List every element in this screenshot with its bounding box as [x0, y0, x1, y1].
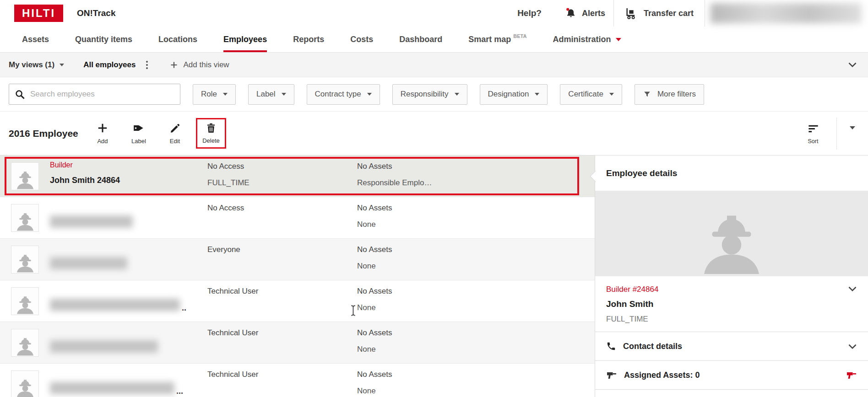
employee-row[interactable]: Technical User No Assets None: [0, 322, 595, 364]
account-menu-redacted[interactable]: [711, 3, 862, 23]
edit-button[interactable]: Edit: [160, 117, 190, 150]
chevron-down-icon: [848, 286, 857, 292]
chevron-down-icon: [616, 38, 621, 41]
nav-tab-costs[interactable]: Costs: [350, 27, 373, 52]
filter-contract-type[interactable]: Contract type: [307, 84, 380, 105]
employee-avatar: [11, 329, 39, 357]
employee-responsibility: None: [357, 220, 376, 229]
views-bar: My views (1) All employees Add this view: [0, 53, 868, 77]
pencil-icon: [169, 123, 181, 134]
collapse-views-bar-button[interactable]: [848, 62, 857, 68]
employee-contract: FULL_TIME: [207, 178, 250, 188]
drill-icon: [606, 370, 617, 381]
worker-avatar-icon: [14, 209, 36, 231]
alerts-button[interactable]: Alerts: [565, 8, 605, 19]
employee-row[interactable]: .. Technical User No Assets None: [0, 280, 595, 322]
nav-tab-administration[interactable]: Administration: [553, 27, 621, 52]
help-link[interactable]: Help?: [517, 8, 542, 18]
employee-avatar: [11, 162, 39, 190]
employee-access: Technical User: [207, 287, 259, 296]
nav-tab-quantity-items[interactable]: Quantity items: [75, 27, 132, 52]
view-options-icon[interactable]: [144, 59, 150, 71]
delete-button[interactable]: Delete: [196, 118, 226, 149]
redacted-name: [50, 299, 180, 311]
list-title: 2016 Employee: [9, 128, 87, 139]
nav-tab-employees[interactable]: Employees: [223, 27, 267, 52]
label-button[interactable]: Label: [124, 116, 154, 150]
employee-responsibility: Responsible Emplo…: [357, 178, 432, 188]
phone-icon: [606, 341, 616, 351]
my-views-dropdown[interactable]: My views (1): [9, 60, 64, 70]
add-button[interactable]: Add: [87, 116, 118, 150]
contact-details-section[interactable]: Contact details: [595, 332, 868, 360]
caret-down-icon: [60, 64, 64, 66]
expand-role-button[interactable]: [848, 285, 857, 294]
employee-photo-placeholder: [595, 191, 868, 276]
worker-avatar-icon: [14, 293, 36, 315]
employee-row-selected[interactable]: Builder John Smith 24864 No Access FULL_…: [0, 156, 595, 197]
search-input[interactable]: [30, 90, 174, 99]
nav-tab-reports[interactable]: Reports: [293, 27, 324, 52]
bell-icon: [565, 8, 576, 19]
employee-row[interactable]: No Access No Assets None: [0, 197, 595, 239]
worker-avatar-icon: [14, 168, 36, 190]
collapse-toolbar-button[interactable]: [843, 129, 868, 138]
beta-badge: BETA: [513, 33, 526, 39]
toolbar-actions: Add Label Edit Delete: [87, 116, 226, 150]
filter-certificate[interactable]: Certificate: [560, 84, 622, 105]
employee-row[interactable]: Everyone No Assets None: [0, 239, 595, 280]
employee-assets: No Assets: [357, 370, 392, 379]
nav-tab-locations[interactable]: Locations: [158, 27, 197, 52]
redacted-name: [50, 382, 174, 394]
name-truncation: ..: [182, 305, 186, 311]
alert-dot-icon: [566, 8, 569, 11]
employee-assets: No Assets: [357, 245, 392, 254]
chevron-down-icon: [848, 343, 857, 349]
app-name: ON!Track: [77, 8, 115, 18]
nav-tab-dashboard[interactable]: Dashboard: [399, 27, 442, 52]
drill-red-icon: [846, 370, 857, 381]
employee-access: Technical User: [207, 370, 259, 379]
chevron-down-icon: [848, 62, 857, 68]
employee-assets: No Assets: [357, 162, 392, 171]
divider: [705, 0, 705, 27]
worker-avatar-icon: [14, 251, 36, 273]
filter-role[interactable]: Role: [193, 84, 236, 105]
employee-responsibility: None: [357, 262, 376, 271]
sort-button[interactable]: Sort: [796, 123, 830, 145]
text-cursor-icon: [350, 305, 357, 317]
employee-assets: No Assets: [357, 204, 392, 213]
filter-responsibility[interactable]: Responsibility: [392, 84, 467, 105]
alerts-label: Alerts: [582, 9, 605, 18]
employee-row[interactable]: ... Technical User No Assets None: [0, 364, 595, 397]
tab-all-employees[interactable]: All employees: [83, 60, 136, 70]
employee-assets: No Assets: [357, 328, 392, 338]
employee-access: No Access: [207, 204, 244, 213]
nav-tab-smart-map[interactable]: Smart map BETA: [468, 27, 526, 52]
worker-avatar-icon: [693, 203, 770, 276]
filter-designation[interactable]: Designation: [480, 84, 548, 105]
redacted-name: [50, 215, 133, 228]
redacted-name: [50, 257, 127, 269]
caret-down-icon: [850, 126, 855, 137]
nav-tab-assets[interactable]: Assets: [22, 27, 49, 52]
transfer-cart-label: Transfer cart: [644, 9, 694, 18]
employee-name: John Smith 24864: [50, 176, 120, 185]
divider: [836, 118, 837, 150]
more-filters-button[interactable]: More filters: [635, 84, 704, 105]
details-employee-name: John Smith: [606, 299, 857, 309]
details-header: Builder #24864 John Smith FULL_TIME: [595, 276, 868, 332]
details-role-id: Builder #24864: [606, 285, 658, 294]
details-contract-type: FULL_TIME: [606, 315, 857, 324]
assigned-assets-section[interactable]: Assigned Assets: 0: [595, 361, 868, 389]
worker-avatar-icon: [14, 376, 36, 397]
employee-responsibility: None: [357, 303, 376, 312]
toolbar-right: Sort: [796, 112, 868, 155]
transfer-cart-button[interactable]: Transfer cart: [614, 7, 705, 20]
search-icon: [15, 89, 25, 100]
add-view-button[interactable]: Add this view: [170, 60, 229, 70]
employee-avatar: [11, 246, 39, 274]
filter-label[interactable]: Label: [248, 84, 294, 105]
employee-access: No Access: [207, 162, 244, 171]
contact-details-label: Contact details: [623, 342, 682, 351]
